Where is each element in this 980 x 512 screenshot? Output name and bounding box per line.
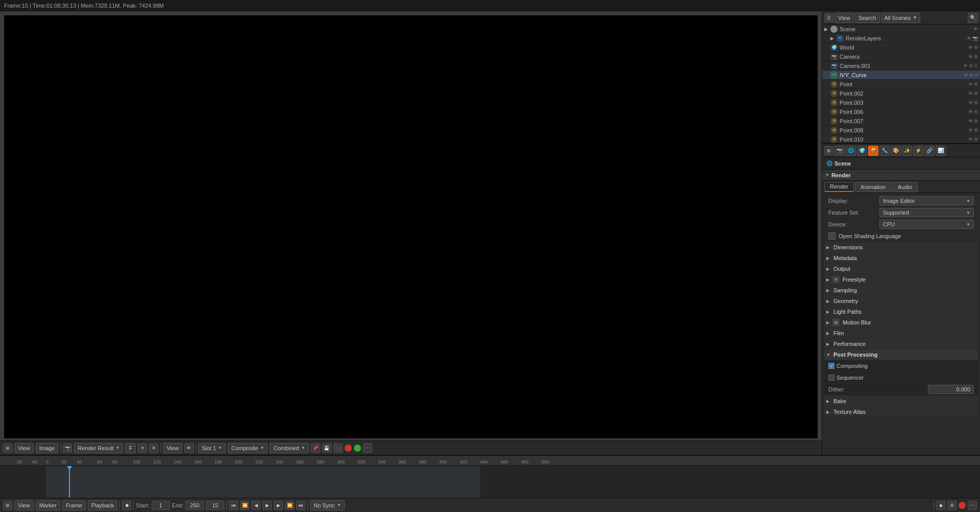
open-shading-checkbox[interactable] bbox=[828, 232, 835, 240]
render-icon2[interactable]: ⬛ bbox=[333, 444, 343, 453]
jump-prev-key-btn[interactable]: ⏪ bbox=[240, 501, 249, 510]
material-props-btn[interactable]: 🎨 bbox=[891, 146, 901, 156]
end-input[interactable]: 250 bbox=[185, 501, 204, 510]
eye-icon[interactable]: 👁 bbox=[973, 27, 978, 32]
view-button[interactable]: View bbox=[14, 443, 34, 453]
motion-blur-section[interactable]: ▶ M Motion Blur bbox=[824, 317, 978, 328]
feature-set-dropdown[interactable]: Supported ▼ bbox=[879, 208, 974, 217]
outliner-item-world[interactable]: 🌍 World 👁 ⚙ bbox=[822, 43, 980, 52]
bake-section[interactable]: ▶ Bake bbox=[824, 396, 978, 406]
current-frame-input[interactable]: 15 bbox=[206, 501, 224, 510]
no-sync-dropdown[interactable]: No Sync ▼ bbox=[310, 500, 345, 510]
outliner-item-point010[interactable]: ⚙ Point.010 👁 ⚙ bbox=[822, 135, 980, 143]
outliner-item-point002[interactable]: ⚙ Point.002 👁 ⚙ bbox=[822, 89, 980, 98]
tick--20: -20 bbox=[15, 459, 22, 464]
outliner-item-point006[interactable]: ⚙ Point.006 👁 ⚙ bbox=[822, 107, 980, 117]
scene-icon bbox=[830, 26, 838, 33]
device-dropdown[interactable]: CPU ▼ bbox=[879, 220, 974, 229]
playback-btn[interactable]: Playback bbox=[88, 500, 118, 510]
view-button2[interactable]: View bbox=[163, 443, 182, 453]
keyframe-icon[interactable]: ◆ bbox=[936, 501, 945, 510]
outliner-item-ivy-curve[interactable]: 〰 IVY_Curve 👁 ⚙ ✕ bbox=[822, 71, 980, 80]
dimensions-section[interactable]: ▶ Dimensions bbox=[824, 242, 978, 252]
outliner-item-scene[interactable]: ▶ Scene 👁 bbox=[822, 25, 980, 34]
particle-props-btn[interactable]: ✨ bbox=[902, 146, 912, 156]
frame-btn[interactable]: Frame bbox=[62, 500, 86, 510]
compositing-checkbox[interactable]: ✓ bbox=[828, 363, 834, 369]
outliner-item-point008[interactable]: ⚙ Point.008 👁 ⚙ bbox=[822, 126, 980, 135]
scene-props-btn[interactable]: 🌐 bbox=[846, 146, 856, 156]
outliner-search-btn[interactable]: Search bbox=[855, 13, 880, 23]
modifier-props-btn[interactable]: 🔧 bbox=[879, 146, 890, 156]
render-props-btn[interactable]: 📷 bbox=[834, 146, 845, 156]
data-props-btn[interactable]: 📊 bbox=[936, 146, 946, 156]
sampling-section[interactable]: ▶ Sampling bbox=[824, 285, 978, 295]
texture-atlas-section[interactable]: ▶ Texture Atlas bbox=[824, 407, 978, 417]
cancel-icon[interactable]: ✕ bbox=[149, 444, 158, 453]
freestyle-section[interactable]: ▶ F Freestyle bbox=[824, 274, 978, 285]
top-info-bar: Frame:15 | Time:01:08:30.13 | Mem:7329.1… bbox=[0, 0, 980, 11]
view-timeline-btn[interactable]: View bbox=[14, 500, 34, 510]
tab-render[interactable]: Render bbox=[824, 182, 854, 192]
record-icon[interactable] bbox=[959, 502, 966, 509]
jump-end-btn[interactable]: ⏭ bbox=[296, 501, 305, 510]
timeline-tracks[interactable] bbox=[0, 466, 980, 498]
physics-props-btn[interactable]: ⚡ bbox=[913, 146, 923, 156]
outliner-item-point003[interactable]: ⚙ Point.003 👁 ⚙ bbox=[822, 98, 980, 107]
dither-input[interactable]: 0.000 bbox=[928, 385, 974, 394]
output-section[interactable]: ▶ Output bbox=[824, 264, 978, 274]
nav-icon[interactable]: ⋯ bbox=[363, 444, 372, 453]
render-icon-small[interactable]: 📷 bbox=[972, 36, 978, 41]
pin-icon[interactable]: 📌 bbox=[311, 444, 320, 453]
play-btn[interactable]: ▶ bbox=[262, 501, 272, 510]
outliner-item-point007[interactable]: ⚙ Point.007 👁 ⚙ bbox=[822, 117, 980, 126]
render-section-header[interactable]: ▼ Render bbox=[822, 170, 980, 181]
jump-next-key-btn[interactable]: ⏩ bbox=[285, 501, 294, 510]
sequencer-checkbox[interactable] bbox=[828, 375, 834, 381]
marker-btn[interactable]: Marker bbox=[36, 500, 60, 510]
red-stop[interactable] bbox=[345, 445, 352, 452]
image-button[interactable]: Image bbox=[36, 443, 59, 453]
outliner-item-point[interactable]: ⚙ Point 👁 ⚙ bbox=[822, 80, 980, 89]
start-input[interactable]: 1 bbox=[152, 501, 170, 510]
slot-dropdown[interactable]: Slot 1 ▼ bbox=[198, 443, 226, 453]
performance-section[interactable]: ▶ Performance bbox=[824, 339, 978, 349]
f-button[interactable]: F bbox=[125, 443, 136, 453]
green-play[interactable] bbox=[354, 445, 361, 452]
add-icon[interactable]: + bbox=[138, 444, 147, 453]
composite-dropdown[interactable]: Composite ▼ bbox=[228, 443, 268, 453]
geometry-section[interactable]: ▶ Geometry bbox=[824, 296, 978, 306]
search-icon[interactable]: 🔍 bbox=[968, 13, 978, 23]
open-shading-label: Open Shading Language bbox=[839, 233, 901, 239]
post-processing-header[interactable]: ▼ Post Processing bbox=[824, 350, 978, 360]
settings-icon[interactable]: ⚙ bbox=[947, 501, 957, 510]
tab-audio[interactable]: Audio bbox=[892, 182, 918, 192]
display-dropdown[interactable]: Image Editor ▼ bbox=[879, 196, 974, 205]
prev-frame-btn[interactable]: ◀ bbox=[251, 501, 260, 510]
metadata-section[interactable]: ▶ Metadata bbox=[824, 253, 978, 263]
next-frame-btn[interactable]: ▶ bbox=[274, 501, 283, 510]
outliner-item-camera[interactable]: 📷 Camera 👁 ⚙ bbox=[822, 52, 980, 61]
combined-dropdown[interactable]: Combined ▼ bbox=[270, 443, 308, 453]
object-props-btn[interactable]: 📦 bbox=[868, 146, 878, 156]
extra-icon[interactable]: ⋯ bbox=[968, 501, 977, 510]
tab-animation[interactable]: Animation bbox=[855, 182, 891, 192]
scene-icon-small: 🌐 bbox=[826, 160, 832, 166]
properties-toolbar: ⊞ 📷 🌐 🌍 📦 🔧 🎨 ✨ ⚡ 🔗 📊 bbox=[822, 144, 980, 157]
render-result-dropdown[interactable]: Render Result ▼ bbox=[74, 443, 123, 453]
world-props-btn[interactable]: 🌍 bbox=[857, 146, 867, 156]
film-section[interactable]: ▶ Film bbox=[824, 328, 978, 338]
world-eye-icon[interactable]: 👁 bbox=[968, 45, 973, 50]
outliner-view-btn[interactable]: View bbox=[834, 13, 854, 23]
world-render-icon[interactable]: ⚙ bbox=[974, 45, 978, 50]
outliner-item-renderlayers[interactable]: ▶ R RenderLayers 👁 📷 bbox=[822, 34, 980, 43]
all-scenes-dropdown[interactable]: All Scenes ▼ bbox=[881, 13, 921, 23]
jump-start-btn[interactable]: ⏮ bbox=[229, 501, 238, 510]
save-icon[interactable]: 💾 bbox=[322, 444, 331, 453]
display-row: Display: Image Editor ▼ bbox=[824, 195, 978, 206]
camera-eye-icon[interactable]: 👁 bbox=[967, 36, 971, 41]
outliner-item-camera001[interactable]: 📷 Camera.001 👁 ⚙ ✕ bbox=[822, 61, 980, 71]
tick-120: 120 bbox=[153, 459, 161, 464]
light-paths-section[interactable]: ▶ Light Paths bbox=[824, 307, 978, 317]
constraint-props-btn[interactable]: 🔗 bbox=[924, 146, 935, 156]
